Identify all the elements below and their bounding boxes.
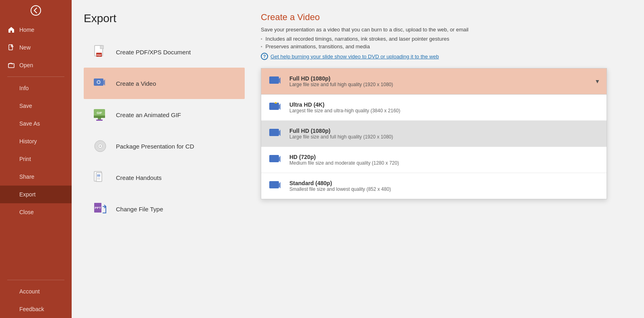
dropdown-option-480p[interactable]: Standard (480p) Smallest file size and l… bbox=[261, 173, 607, 199]
info-nav-icon bbox=[7, 84, 15, 92]
dropdown-arrow-icon: ▼ bbox=[594, 78, 600, 85]
svg-rect-22 bbox=[97, 174, 100, 177]
cd-label: Package Presentation for CD bbox=[116, 143, 194, 150]
right-panel: Create a Video Save your presentation as… bbox=[245, 0, 644, 318]
dropdown-option-1080p[interactable]: Full HD (1080p) Large file size and full… bbox=[261, 121, 607, 147]
svg-rect-4 bbox=[100, 45, 103, 49]
sidebar-item-account[interactable]: Account bbox=[0, 283, 72, 300]
svg-text:GIF: GIF bbox=[97, 111, 102, 115]
svg-rect-2 bbox=[8, 64, 14, 68]
sidebar-item-saveas[interactable]: Save As bbox=[0, 115, 72, 132]
option-4k-subtitle: Largest file size and ultra-high quality… bbox=[289, 108, 400, 114]
saveas-nav-icon bbox=[7, 120, 15, 128]
dropdown-selected-text: Full HD (1080p) Large file size and full… bbox=[289, 75, 393, 87]
svg-rect-34 bbox=[269, 155, 279, 162]
pdf-icon: PDF bbox=[92, 43, 109, 60]
filetype-icon: PPT bbox=[92, 200, 109, 217]
left-panel: Export PDF Create PDF/XPS Document bbox=[72, 0, 245, 318]
dropdown-option-720p[interactable]: HD (720p) Medium file size and moderate … bbox=[261, 147, 607, 173]
open-icon bbox=[7, 61, 15, 69]
page-title: Export bbox=[84, 12, 245, 25]
svg-rect-21 bbox=[96, 173, 102, 182]
close-nav-icon bbox=[7, 208, 15, 216]
sidebar-mid-nav: Info Save Save As History Print Share Ex… bbox=[0, 79, 72, 221]
export-item-handouts[interactable]: Create Handouts bbox=[84, 162, 245, 193]
sidebar-divider-2 bbox=[7, 280, 64, 280]
svg-text:PDF: PDF bbox=[97, 54, 101, 56]
option-720p-title: HD (720p) bbox=[289, 154, 399, 160]
sidebar-spacer bbox=[0, 221, 72, 277]
gif-label: Create an Animated GIF bbox=[116, 112, 181, 118]
option-1080p-text: Full HD (1080p) Large file size and full… bbox=[289, 128, 393, 140]
filetype-label: Change File Type bbox=[116, 206, 163, 213]
export-nav-icon bbox=[7, 190, 15, 198]
svg-marker-28 bbox=[279, 77, 281, 84]
svg-point-0 bbox=[31, 6, 41, 15]
svg-text:PPT: PPT bbox=[95, 206, 101, 210]
svg-rect-27 bbox=[269, 76, 279, 84]
export-item-pdf[interactable]: PDF Create PDF/XPS Document bbox=[84, 36, 245, 68]
video-label: Create a Video bbox=[116, 80, 156, 87]
sidebar-item-info[interactable]: Info bbox=[0, 79, 72, 97]
help-link[interactable]: Get help burning your slide show video t… bbox=[270, 54, 439, 60]
sidebar-divider-1 bbox=[7, 76, 64, 77]
dropdown-selected-title: Full HD (1080p) bbox=[289, 75, 393, 82]
option-480p-text: Standard (480p) Smallest file size and l… bbox=[289, 180, 391, 192]
feature-bullets: Includes all recorded timings, narration… bbox=[261, 36, 628, 50]
sidebar-item-export[interactable]: Export bbox=[0, 186, 72, 203]
svg-marker-35 bbox=[279, 156, 281, 162]
handouts-icon bbox=[92, 169, 109, 186]
sidebar-item-save[interactable]: Save bbox=[0, 97, 72, 115]
svg-rect-14 bbox=[96, 120, 103, 121]
sidebar-bottom-nav: Account Feedback bbox=[0, 283, 72, 318]
svg-marker-30 bbox=[279, 103, 281, 110]
sidebar-item-new[interactable]: New bbox=[0, 39, 72, 56]
back-button[interactable] bbox=[0, 0, 72, 21]
option-1080p-title: Full HD (1080p) bbox=[289, 128, 393, 134]
sidebar-top-nav: Home New Open bbox=[0, 21, 72, 74]
export-item-video[interactable]: Create a Video bbox=[84, 68, 245, 99]
export-item-filetype[interactable]: PPT Change File Type bbox=[84, 193, 245, 225]
sidebar-item-print[interactable]: Print bbox=[0, 150, 72, 168]
dropdown-selected-subtitle: Large file size and full high quality (1… bbox=[289, 82, 393, 87]
feedback-nav-icon bbox=[7, 305, 15, 313]
panel-title: Create a Video bbox=[261, 12, 628, 23]
dropdown-selected-icon bbox=[268, 73, 284, 89]
help-icon: ? bbox=[261, 53, 268, 60]
sidebar-item-home[interactable]: Home bbox=[0, 21, 72, 39]
handouts-label: Create Handouts bbox=[116, 174, 161, 181]
sidebar: Home New Open Info Save Save As bbox=[0, 0, 72, 318]
home-icon bbox=[7, 26, 15, 34]
sidebar-item-history[interactable]: History bbox=[0, 132, 72, 150]
option-480p-icon bbox=[268, 178, 284, 194]
export-item-gif[interactable]: GIF Create an Animated GIF bbox=[84, 99, 245, 130]
panel-description: Save your presentation as a video that y… bbox=[261, 27, 628, 33]
option-480p-subtitle: Smallest file size and lowest quality (8… bbox=[289, 186, 391, 192]
quality-dropdown[interactable]: Full HD (1080p) Large file size and full… bbox=[261, 68, 607, 199]
share-nav-icon bbox=[7, 173, 15, 181]
dropdown-selected-item[interactable]: Full HD (1080p) Large file size and full… bbox=[261, 68, 607, 95]
cd-icon bbox=[92, 138, 109, 155]
dropdown-option-4k[interactable]: Ultra HD (4K) Largest file size and ultr… bbox=[261, 95, 607, 121]
option-4k-text: Ultra HD (4K) Largest file size and ultr… bbox=[289, 101, 400, 114]
svg-marker-33 bbox=[279, 130, 281, 136]
option-720p-icon bbox=[268, 152, 284, 168]
svg-rect-29 bbox=[269, 103, 279, 110]
export-list: PDF Create PDF/XPS Document Create a Vid… bbox=[84, 36, 245, 225]
bullet-1: Includes all recorded timings, narration… bbox=[261, 36, 628, 42]
pdf-label: Create PDF/XPS Document bbox=[116, 49, 191, 56]
sidebar-item-feedback[interactable]: Feedback bbox=[0, 300, 72, 318]
gif-icon: GIF bbox=[92, 106, 109, 123]
svg-rect-36 bbox=[269, 181, 279, 188]
sidebar-item-share[interactable]: Share bbox=[0, 168, 72, 186]
dropdown-options: Ultra HD (4K) Largest file size and ultr… bbox=[261, 95, 607, 199]
sidebar-item-open[interactable]: Open bbox=[0, 56, 72, 74]
new-icon bbox=[7, 43, 15, 52]
save-nav-icon bbox=[7, 102, 15, 110]
export-item-cd[interactable]: Package Presentation for CD bbox=[84, 130, 245, 162]
option-480p-title: Standard (480p) bbox=[289, 180, 391, 186]
bullet-2: Preserves animations, transitions, and m… bbox=[261, 43, 628, 50]
option-4k-icon bbox=[268, 99, 284, 116]
svg-point-18 bbox=[99, 145, 101, 147]
sidebar-item-close[interactable]: Close bbox=[0, 203, 72, 221]
